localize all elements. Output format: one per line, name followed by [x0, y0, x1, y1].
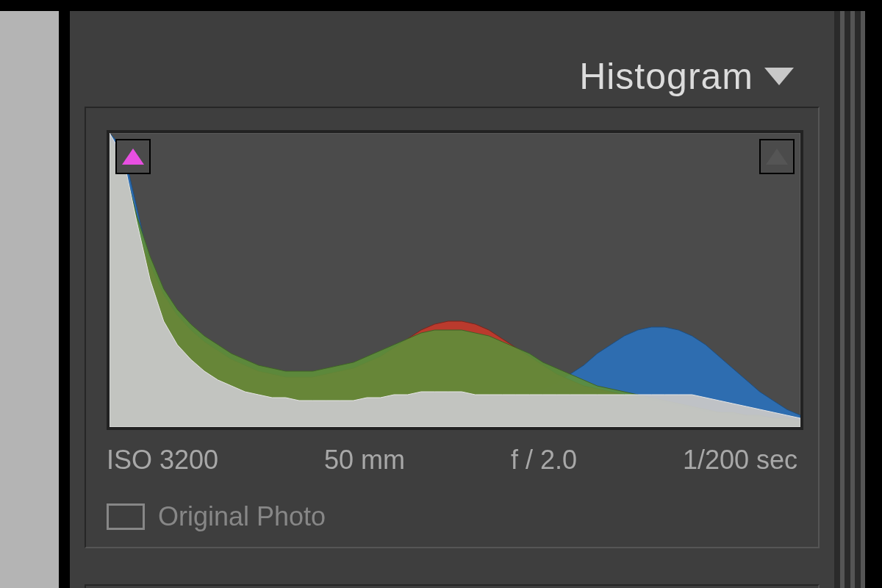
shadow-clipping-indicator[interactable]	[115, 139, 151, 174]
exif-aperture[interactable]: f / 2.0	[511, 445, 577, 476]
exif-row: ISO 3200 50 mm f / 2.0 1/200 sec	[107, 445, 797, 476]
exif-shutter[interactable]: 1/200 sec	[683, 445, 797, 476]
panel-title: Histogram	[579, 55, 753, 98]
highlight-clipping-indicator[interactable]	[759, 139, 795, 174]
triangle-up-icon	[766, 148, 788, 165]
histogram-panel: Histogram ISO 3200 50 mm f / 2.0 1/200 s…	[70, 11, 834, 588]
left-gutter	[0, 11, 59, 588]
histogram-svg	[110, 133, 800, 427]
histogram-panel-body: ISO 3200 50 mm f / 2.0 1/200 sec Origina…	[85, 107, 820, 548]
histogram-chart[interactable]	[107, 130, 803, 430]
rectangle-icon	[107, 503, 145, 530]
next-panel-top	[85, 584, 820, 588]
panel-right-edge[interactable]	[834, 11, 882, 588]
triangle-up-icon	[122, 148, 144, 165]
exif-iso[interactable]: ISO 3200	[107, 445, 218, 476]
exif-focal[interactable]: 50 mm	[324, 445, 405, 476]
original-photo-label: Original Photo	[158, 501, 326, 532]
collapse-icon[interactable]	[764, 68, 794, 85]
original-photo-row[interactable]: Original Photo	[107, 501, 797, 532]
